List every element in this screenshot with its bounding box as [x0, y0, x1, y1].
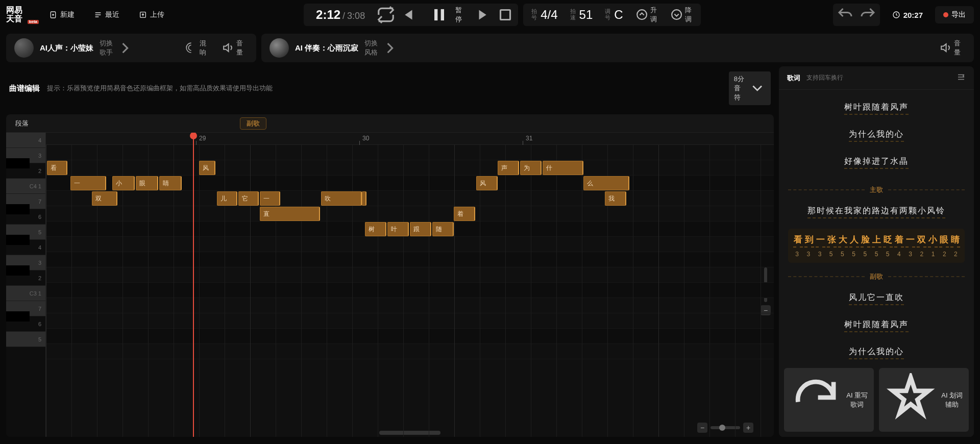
export-button[interactable]: 导出	[935, 6, 974, 23]
piano-key[interactable]: 2	[6, 270, 45, 286]
pause-button[interactable]: 暂停	[419, 5, 472, 24]
note[interactable]: 它	[238, 191, 259, 206]
horizontal-zoom: − +	[697, 423, 753, 433]
quantize-select[interactable]: 8分音符	[729, 71, 771, 105]
lyrics-line[interactable]: 风儿它一直吹	[788, 285, 965, 312]
recent-button[interactable]: 最近	[87, 6, 127, 23]
undo-button[interactable]	[835, 6, 855, 24]
switch-singer-link[interactable]: 切换歌手	[100, 39, 134, 57]
note[interactable]: 直	[260, 207, 320, 221]
skip-start-button[interactable]	[398, 5, 417, 24]
note[interactable]: 看	[47, 161, 67, 175]
zoom-out-h-button[interactable]: −	[697, 423, 707, 433]
piano-key[interactable]: 6	[6, 209, 45, 225]
time-total: 3:08	[347, 11, 365, 21]
horizontal-scrollbar[interactable]	[379, 431, 440, 435]
note[interactable]: 我	[605, 191, 626, 206]
piano-key[interactable]: 5	[6, 332, 45, 347]
svg-point-5	[637, 10, 647, 20]
key-down-button[interactable]: 降调	[665, 3, 698, 27]
accomp-avatar[interactable]	[270, 38, 289, 58]
accomp-volume-control[interactable]: 音量	[935, 37, 966, 59]
editor-title: 曲谱编辑	[9, 84, 40, 93]
lyrics-line[interactable]: 为什么我的心	[788, 339, 965, 366]
note[interactable]: 树	[365, 222, 386, 236]
lyrics-line[interactable]: 树叶跟随着风声	[788, 95, 965, 122]
note[interactable]: 小	[112, 176, 135, 190]
upload-button[interactable]: 上传	[132, 6, 172, 23]
zoom-in-h-button[interactable]: +	[743, 423, 753, 433]
key-up-button[interactable]: 升调	[630, 3, 663, 27]
voice-volume-control[interactable]: 音量	[217, 37, 248, 59]
time-signature[interactable]: 拍号 4/4	[526, 8, 562, 22]
note[interactable]: 么	[583, 176, 629, 190]
playhead[interactable]	[193, 133, 194, 437]
note[interactable]: 儿	[217, 191, 237, 206]
loop-button[interactable]	[376, 5, 396, 24]
editor-header: 曲谱编辑 提示：乐器预览使用简易音色还原编曲框架，如需高品质效果请使用导出功能 …	[6, 66, 774, 110]
time-display: 2:12 / 3:08	[307, 8, 374, 22]
note[interactable]: 吹	[321, 191, 362, 206]
piano-key[interactable]: 2	[6, 163, 45, 179]
zoom-h-slider[interactable]	[710, 426, 740, 429]
switch-style-link[interactable]: 切换风格	[364, 39, 399, 57]
lyrics-current-line[interactable]: 看到一张大人脸上眨着一双小眼睛333555555432122	[788, 229, 965, 263]
logo: 网易 天音 beta	[6, 5, 37, 25]
key-signature[interactable]: 调号 C	[600, 8, 628, 22]
upload-icon	[139, 11, 147, 19]
svg-rect-2	[434, 9, 437, 20]
svg-rect-4	[501, 10, 510, 20]
note[interactable]: 随	[432, 222, 454, 236]
note[interactable]: 什	[543, 161, 583, 175]
note-grid[interactable]: 293031 + − − + 看风一小眼睛双儿它一直吹树叶跟随着风声为什么我	[46, 133, 774, 437]
bar-number: 30	[362, 135, 369, 142]
piano-key[interactable]: 4	[6, 133, 45, 148]
note[interactable]: 叶	[387, 222, 409, 236]
reverb-control[interactable]: 混响	[181, 37, 211, 59]
tempo[interactable]: 拍速 51	[565, 8, 598, 22]
skip-end-button[interactable]	[474, 5, 494, 24]
bar-ruler[interactable]: 293031	[46, 133, 774, 145]
singer-avatar[interactable]	[14, 38, 34, 58]
lyrics-footer: AI 重写歌词 AI 划词辅助	[779, 363, 974, 437]
record-dot-icon	[943, 12, 948, 17]
bar-number: 31	[526, 135, 532, 142]
collapse-lyrics-icon[interactable]	[957, 72, 966, 83]
piano-key[interactable]: C3 1	[6, 286, 45, 301]
note[interactable]: 风	[199, 161, 215, 175]
note[interactable]: 睛	[159, 176, 182, 190]
redo-button[interactable]	[857, 6, 878, 24]
note[interactable]: 跟	[410, 222, 431, 236]
meter-group: 拍号 4/4 拍速 51 调号 C 升调 降调	[523, 4, 700, 26]
note[interactable]: 着	[454, 207, 475, 221]
note[interactable]: 为	[520, 161, 542, 175]
lyrics-header: 歌词 支持回车换行	[779, 66, 974, 90]
bar-number: 29	[199, 135, 206, 142]
ai-rewrite-lyrics-button[interactable]: AI 重写歌词	[784, 368, 874, 432]
note[interactable]: 一	[260, 191, 280, 206]
stop-button[interactable]	[496, 5, 515, 24]
lyrics-line[interactable]: 那时候在我家的路边有两颗小风铃	[788, 199, 965, 226]
note[interactable]: 双	[92, 191, 117, 206]
lyrics-line[interactable]: 好像掉进了水晶	[788, 149, 965, 176]
lyrics-line[interactable]: 为什么我的心	[788, 122, 965, 149]
note[interactable]: 一	[70, 176, 106, 190]
piano-key[interactable]: C4 1	[6, 179, 45, 194]
voice-track-header: AI人声：小莹妹 切换歌手 混响 音量	[6, 34, 256, 62]
note[interactable]: 声	[498, 161, 519, 175]
svg-point-6	[672, 10, 681, 20]
section-tag-chorus[interactable]: 副歌	[240, 117, 266, 130]
file-plus-icon	[49, 11, 57, 19]
list-icon	[94, 11, 102, 19]
new-button[interactable]: 新建	[42, 6, 82, 23]
piano-key[interactable]: 4	[6, 240, 45, 255]
note[interactable]: 风	[476, 176, 498, 190]
ai-lyrics-assist-button[interactable]: AI 划词辅助	[879, 368, 969, 432]
note[interactable]	[362, 191, 366, 206]
piano-key[interactable]: 6	[6, 316, 45, 332]
piano-keys[interactable]: 432C4 1765432C3 1765	[6, 133, 46, 437]
section-bar: 段落 副歌	[6, 114, 774, 133]
accompaniment-track-header: AI 伴奏：心雨沉寂 切换风格 音量	[261, 34, 974, 62]
lyrics-line[interactable]: 树叶跟随着风声	[788, 312, 965, 339]
note[interactable]: 眼	[136, 176, 158, 190]
